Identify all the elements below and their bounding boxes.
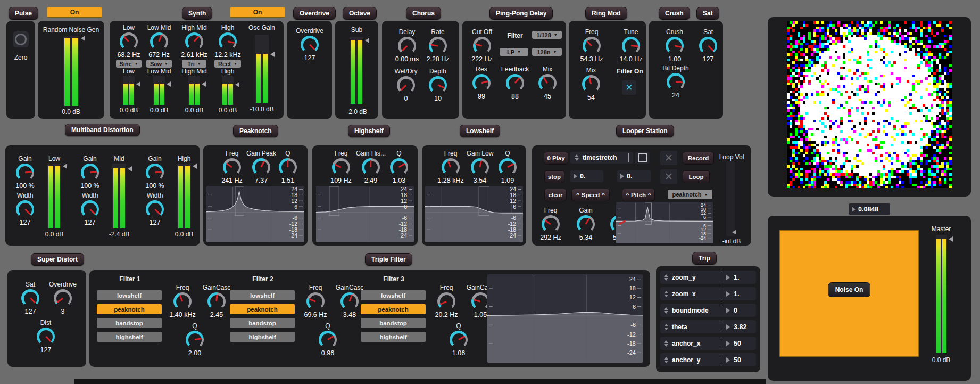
multiband-section-button[interactable]: Multiband Distortion (65, 124, 140, 136)
octave-section-button[interactable]: Octave (343, 7, 377, 20)
width-dial[interactable] (16, 200, 34, 218)
lowshelf-filtergraph[interactable]: 2418126-6-12-18-24 (425, 186, 523, 242)
overdrive-dial[interactable] (301, 36, 319, 54)
high-band-meter[interactable] (222, 76, 234, 105)
looper-filter-select[interactable]: peaknotch▼ (668, 190, 712, 199)
delay-dial[interactable] (398, 37, 416, 55)
meter-handle-icon[interactable] (63, 164, 67, 169)
q-dial[interactable] (186, 331, 204, 349)
low-mid-dial[interactable] (150, 32, 168, 51)
q-dial[interactable] (390, 158, 408, 176)
stepper-icon[interactable] (664, 357, 668, 363)
q-dial[interactable] (279, 158, 297, 176)
meter-handle-icon[interactable] (949, 236, 953, 242)
feedback-numbox[interactable]: 0.0848 (849, 203, 890, 215)
high-dial[interactable] (219, 32, 237, 51)
gain-dial[interactable] (16, 164, 34, 182)
freq-dial[interactable] (332, 158, 350, 176)
stepper-icon[interactable] (664, 274, 668, 281)
filter-type-highshelf[interactable]: highshelf (230, 332, 295, 342)
gaincasc-dial[interactable] (340, 292, 359, 311)
osc-on-toggle[interactable]: On (230, 7, 285, 18)
square-stop-button[interactable] (635, 152, 650, 164)
tune-dial[interactable] (622, 37, 640, 55)
loop-x-toggle[interactable]: ✕ (660, 169, 677, 184)
gain-dial[interactable] (146, 164, 164, 182)
meter-handle-icon[interactable] (167, 81, 171, 87)
peaknotch-filtergraph[interactable]: 2418126-6-12-18-24 (206, 186, 304, 242)
high-mid-dial[interactable] (185, 32, 203, 51)
mb-low-meter[interactable] (47, 164, 61, 228)
q-dial[interactable] (450, 331, 468, 349)
high-wave-select[interactable]: Rect▼ (214, 60, 241, 68)
ringmod-section-button[interactable]: Ring Mod (585, 7, 627, 20)
low-wave-select[interactable]: Sine▼ (116, 60, 142, 68)
filter-type-lowshelf[interactable]: lowshelf (97, 290, 162, 300)
freq-dial[interactable] (583, 37, 601, 55)
low-dial[interactable] (120, 32, 138, 51)
highshelf-section-button[interactable]: Highshelf (348, 125, 390, 137)
mode-menu[interactable]: timestretch (570, 152, 633, 164)
mix-dial[interactable] (538, 74, 557, 92)
meter-handle-icon[interactable] (136, 81, 140, 87)
gain-his-dial[interactable] (362, 158, 380, 176)
filter-type-peaknotch[interactable]: peaknotch (361, 304, 426, 314)
filter-on-checkbox[interactable]: ✕ (622, 80, 636, 95)
menu-stepper-icon[interactable] (575, 154, 579, 161)
filter-type-bandstop[interactable]: bandstop (97, 318, 162, 328)
noise-on-button[interactable]: Noise On (828, 282, 870, 297)
highmid-band-meter[interactable] (188, 76, 200, 105)
chorus-section-button[interactable]: Chorus (406, 7, 441, 20)
meter-handle-icon[interactable] (128, 166, 132, 171)
slider-handle-icon[interactable] (732, 230, 736, 234)
delay-time-select[interactable]: 128n▼ (532, 48, 562, 56)
cut-off-dial[interactable] (473, 37, 491, 55)
highmid-wave-select[interactable]: Tri▼ (182, 60, 206, 68)
triplefilter-filtergraph[interactable]: 2418126-6-12-18-24 (487, 274, 643, 363)
filter-type-highshelf[interactable]: highshelf (361, 332, 426, 342)
gaincasc-dial[interactable] (471, 292, 489, 311)
speed-numbox[interactable]: 0. (570, 170, 603, 182)
trip-attr-value[interactable]: 50 (734, 340, 752, 347)
filter-type-bandstop[interactable]: bandstop (361, 318, 426, 328)
delay-sync-select[interactable]: 1/128▼ (532, 31, 562, 39)
filter-type-bandstop[interactable]: bandstop (230, 318, 295, 328)
gaincasc-dial[interactable] (207, 292, 226, 311)
noise-gen-meter[interactable] (63, 36, 79, 106)
filter-type-peaknotch[interactable]: peaknotch (97, 304, 162, 314)
filter-type-lowshelf[interactable]: lowshelf (230, 290, 295, 300)
meter-handle-icon[interactable] (193, 164, 197, 169)
trip-attr-value[interactable]: 50 (734, 356, 752, 364)
meter-handle-icon[interactable] (202, 81, 206, 87)
triplefilter-section-button[interactable]: Triple Filter (365, 253, 412, 266)
xy-pad[interactable]: Noise On (779, 230, 919, 357)
filter-type-highshelf[interactable]: highshelf (97, 332, 162, 342)
q-dial[interactable] (319, 331, 337, 349)
sub-meter[interactable] (350, 37, 363, 104)
meter-handle-icon[interactable] (270, 52, 275, 57)
gain-low-dial[interactable] (471, 158, 489, 176)
trip-attr-value[interactable]: 1. (734, 290, 752, 298)
freq-dial[interactable] (173, 292, 192, 311)
crush-dial[interactable] (666, 37, 684, 55)
freq-dial[interactable] (542, 215, 560, 233)
overdrive-section-button[interactable]: Overdrive (293, 7, 336, 20)
filter-type-peaknotch[interactable]: peaknotch (230, 304, 295, 314)
trip-section-button[interactable]: Trip (692, 252, 717, 265)
record-x-toggle[interactable]: ✕ (660, 151, 677, 165)
q-dial[interactable] (499, 158, 517, 176)
mix-dial[interactable] (582, 75, 600, 93)
gain-peak-dial[interactable] (252, 158, 270, 176)
low-band-meter[interactable] (123, 76, 135, 105)
width-dial[interactable] (81, 200, 99, 218)
filter-type-lowshelf[interactable]: lowshelf (361, 290, 426, 300)
freq-dial[interactable] (437, 292, 455, 311)
trip-attr-value[interactable]: 3.82 (734, 323, 752, 331)
crush-section-button[interactable]: Crush (659, 7, 690, 20)
gain-dial[interactable] (577, 215, 595, 233)
freq-dial[interactable] (223, 158, 241, 176)
mb-mid-meter[interactable] (112, 164, 126, 228)
master-meter[interactable] (936, 235, 947, 353)
stepper-icon[interactable] (664, 307, 668, 314)
lowmid-band-meter[interactable] (153, 76, 165, 105)
